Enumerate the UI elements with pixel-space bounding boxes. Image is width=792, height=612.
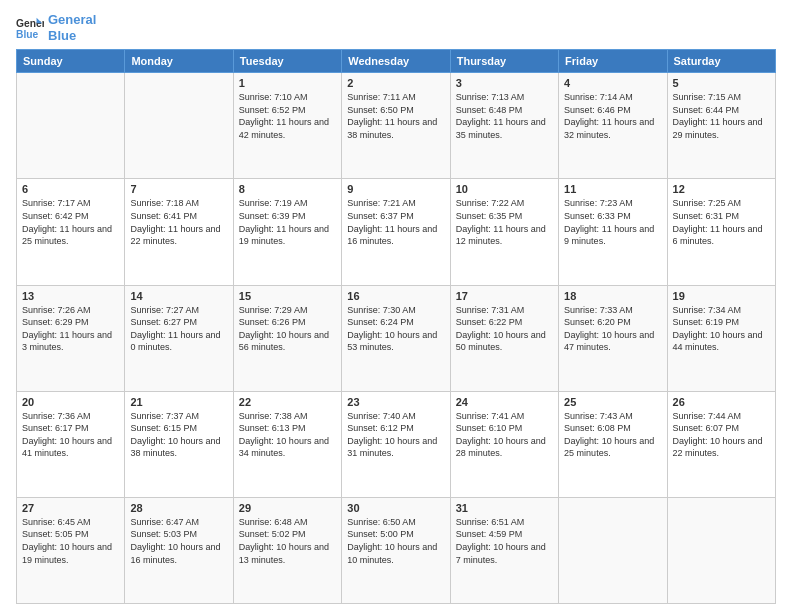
day-number: 4	[564, 77, 661, 89]
day-number: 11	[564, 183, 661, 195]
day-number: 2	[347, 77, 444, 89]
day-number: 24	[456, 396, 553, 408]
calendar-cell: 24Sunrise: 7:41 AMSunset: 6:10 PMDayligh…	[450, 391, 558, 497]
calendar-cell: 8Sunrise: 7:19 AMSunset: 6:39 PMDaylight…	[233, 179, 341, 285]
calendar-week-row: 1Sunrise: 7:10 AMSunset: 6:52 PMDaylight…	[17, 73, 776, 179]
calendar-cell	[559, 497, 667, 603]
calendar-cell: 19Sunrise: 7:34 AMSunset: 6:19 PMDayligh…	[667, 285, 775, 391]
calendar-cell: 20Sunrise: 7:36 AMSunset: 6:17 PMDayligh…	[17, 391, 125, 497]
day-number: 20	[22, 396, 119, 408]
day-info: Sunrise: 7:33 AMSunset: 6:20 PMDaylight:…	[564, 304, 661, 354]
day-number: 6	[22, 183, 119, 195]
day-info: Sunrise: 7:26 AMSunset: 6:29 PMDaylight:…	[22, 304, 119, 354]
day-info: Sunrise: 7:36 AMSunset: 6:17 PMDaylight:…	[22, 410, 119, 460]
calendar-cell: 15Sunrise: 7:29 AMSunset: 6:26 PMDayligh…	[233, 285, 341, 391]
day-info: Sunrise: 6:51 AMSunset: 4:59 PMDaylight:…	[456, 516, 553, 566]
day-number: 1	[239, 77, 336, 89]
day-info: Sunrise: 6:48 AMSunset: 5:02 PMDaylight:…	[239, 516, 336, 566]
day-info: Sunrise: 6:45 AMSunset: 5:05 PMDaylight:…	[22, 516, 119, 566]
calendar-cell: 26Sunrise: 7:44 AMSunset: 6:07 PMDayligh…	[667, 391, 775, 497]
day-info: Sunrise: 7:14 AMSunset: 6:46 PMDaylight:…	[564, 91, 661, 141]
calendar-cell: 3Sunrise: 7:13 AMSunset: 6:48 PMDaylight…	[450, 73, 558, 179]
calendar-cell: 29Sunrise: 6:48 AMSunset: 5:02 PMDayligh…	[233, 497, 341, 603]
day-number: 31	[456, 502, 553, 514]
day-info: Sunrise: 7:17 AMSunset: 6:42 PMDaylight:…	[22, 197, 119, 247]
calendar-cell: 9Sunrise: 7:21 AMSunset: 6:37 PMDaylight…	[342, 179, 450, 285]
calendar-day-header: Wednesday	[342, 50, 450, 73]
day-number: 23	[347, 396, 444, 408]
calendar-cell: 13Sunrise: 7:26 AMSunset: 6:29 PMDayligh…	[17, 285, 125, 391]
day-info: Sunrise: 7:29 AMSunset: 6:26 PMDaylight:…	[239, 304, 336, 354]
calendar-day-header: Friday	[559, 50, 667, 73]
calendar-cell: 18Sunrise: 7:33 AMSunset: 6:20 PMDayligh…	[559, 285, 667, 391]
calendar-week-row: 20Sunrise: 7:36 AMSunset: 6:17 PMDayligh…	[17, 391, 776, 497]
calendar-cell: 22Sunrise: 7:38 AMSunset: 6:13 PMDayligh…	[233, 391, 341, 497]
calendar-cell: 14Sunrise: 7:27 AMSunset: 6:27 PMDayligh…	[125, 285, 233, 391]
calendar-cell: 2Sunrise: 7:11 AMSunset: 6:50 PMDaylight…	[342, 73, 450, 179]
day-info: Sunrise: 7:44 AMSunset: 6:07 PMDaylight:…	[673, 410, 770, 460]
day-info: Sunrise: 7:22 AMSunset: 6:35 PMDaylight:…	[456, 197, 553, 247]
day-number: 12	[673, 183, 770, 195]
calendar-cell: 17Sunrise: 7:31 AMSunset: 6:22 PMDayligh…	[450, 285, 558, 391]
calendar-cell: 10Sunrise: 7:22 AMSunset: 6:35 PMDayligh…	[450, 179, 558, 285]
day-number: 18	[564, 290, 661, 302]
calendar-cell	[17, 73, 125, 179]
day-info: Sunrise: 7:37 AMSunset: 6:15 PMDaylight:…	[130, 410, 227, 460]
day-number: 3	[456, 77, 553, 89]
svg-text:General: General	[16, 18, 44, 29]
day-info: Sunrise: 7:34 AMSunset: 6:19 PMDaylight:…	[673, 304, 770, 354]
day-info: Sunrise: 7:41 AMSunset: 6:10 PMDaylight:…	[456, 410, 553, 460]
calendar-cell: 7Sunrise: 7:18 AMSunset: 6:41 PMDaylight…	[125, 179, 233, 285]
day-number: 9	[347, 183, 444, 195]
calendar-cell: 21Sunrise: 7:37 AMSunset: 6:15 PMDayligh…	[125, 391, 233, 497]
day-info: Sunrise: 7:31 AMSunset: 6:22 PMDaylight:…	[456, 304, 553, 354]
logo-text: GeneralBlue	[48, 12, 96, 43]
calendar-cell: 25Sunrise: 7:43 AMSunset: 6:08 PMDayligh…	[559, 391, 667, 497]
day-number: 5	[673, 77, 770, 89]
day-number: 13	[22, 290, 119, 302]
calendar-cell: 12Sunrise: 7:25 AMSunset: 6:31 PMDayligh…	[667, 179, 775, 285]
calendar-week-row: 13Sunrise: 7:26 AMSunset: 6:29 PMDayligh…	[17, 285, 776, 391]
calendar-cell	[125, 73, 233, 179]
calendar-cell: 1Sunrise: 7:10 AMSunset: 6:52 PMDaylight…	[233, 73, 341, 179]
day-info: Sunrise: 6:50 AMSunset: 5:00 PMDaylight:…	[347, 516, 444, 566]
calendar-cell: 5Sunrise: 7:15 AMSunset: 6:44 PMDaylight…	[667, 73, 775, 179]
day-number: 27	[22, 502, 119, 514]
day-number: 19	[673, 290, 770, 302]
day-info: Sunrise: 7:43 AMSunset: 6:08 PMDaylight:…	[564, 410, 661, 460]
calendar-cell: 16Sunrise: 7:30 AMSunset: 6:24 PMDayligh…	[342, 285, 450, 391]
calendar-day-header: Tuesday	[233, 50, 341, 73]
day-number: 22	[239, 396, 336, 408]
day-number: 10	[456, 183, 553, 195]
day-number: 17	[456, 290, 553, 302]
calendar-week-row: 6Sunrise: 7:17 AMSunset: 6:42 PMDaylight…	[17, 179, 776, 285]
calendar-cell: 30Sunrise: 6:50 AMSunset: 5:00 PMDayligh…	[342, 497, 450, 603]
svg-text:Blue: Blue	[16, 29, 39, 40]
calendar-header-row: SundayMondayTuesdayWednesdayThursdayFrid…	[17, 50, 776, 73]
day-info: Sunrise: 7:11 AMSunset: 6:50 PMDaylight:…	[347, 91, 444, 141]
calendar-cell: 4Sunrise: 7:14 AMSunset: 6:46 PMDaylight…	[559, 73, 667, 179]
day-number: 21	[130, 396, 227, 408]
logo: General Blue GeneralBlue	[16, 12, 96, 43]
day-number: 29	[239, 502, 336, 514]
calendar-table: SundayMondayTuesdayWednesdayThursdayFrid…	[16, 49, 776, 604]
day-info: Sunrise: 7:27 AMSunset: 6:27 PMDaylight:…	[130, 304, 227, 354]
calendar-cell: 23Sunrise: 7:40 AMSunset: 6:12 PMDayligh…	[342, 391, 450, 497]
day-info: Sunrise: 7:21 AMSunset: 6:37 PMDaylight:…	[347, 197, 444, 247]
day-number: 16	[347, 290, 444, 302]
logo-icon: General Blue	[16, 14, 44, 42]
day-number: 7	[130, 183, 227, 195]
calendar-day-header: Monday	[125, 50, 233, 73]
day-number: 15	[239, 290, 336, 302]
calendar-cell: 11Sunrise: 7:23 AMSunset: 6:33 PMDayligh…	[559, 179, 667, 285]
day-info: Sunrise: 6:47 AMSunset: 5:03 PMDaylight:…	[130, 516, 227, 566]
day-number: 14	[130, 290, 227, 302]
calendar-cell: 27Sunrise: 6:45 AMSunset: 5:05 PMDayligh…	[17, 497, 125, 603]
day-info: Sunrise: 7:10 AMSunset: 6:52 PMDaylight:…	[239, 91, 336, 141]
day-info: Sunrise: 7:23 AMSunset: 6:33 PMDaylight:…	[564, 197, 661, 247]
day-info: Sunrise: 7:15 AMSunset: 6:44 PMDaylight:…	[673, 91, 770, 141]
calendar-day-header: Sunday	[17, 50, 125, 73]
calendar-cell	[667, 497, 775, 603]
day-info: Sunrise: 7:13 AMSunset: 6:48 PMDaylight:…	[456, 91, 553, 141]
day-info: Sunrise: 7:40 AMSunset: 6:12 PMDaylight:…	[347, 410, 444, 460]
